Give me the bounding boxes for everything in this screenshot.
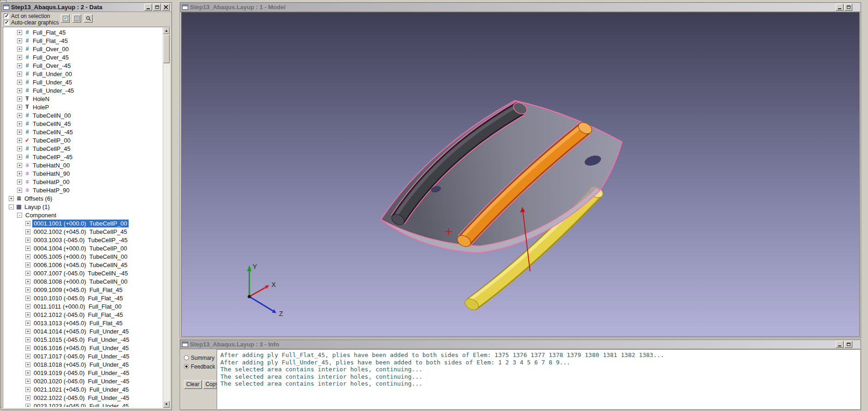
- tree-item[interactable]: + 0011.1011 (+000.0) Full_Flat_00: [4, 302, 162, 310]
- radio-button[interactable]: [184, 355, 189, 360]
- tree-item[interactable]: + # TubeCellP_45: [4, 144, 162, 153]
- expander-icon[interactable]: +: [17, 171, 22, 176]
- tree-item[interactable]: + # TubeCellP_-45: [4, 153, 162, 161]
- tree-item[interactable]: + # Full_Over_-45: [4, 61, 162, 70]
- expander-icon[interactable]: +: [25, 354, 30, 359]
- tree-item[interactable]: + 0012.1012 (-045.0) Full_Flat_-45: [4, 310, 162, 319]
- expander-icon[interactable]: +: [17, 38, 22, 43]
- tree-item[interactable]: + # Full_Under_-45: [4, 86, 162, 95]
- model-viewport[interactable]: Y X Z: [181, 12, 860, 337]
- info-window-titlebar[interactable]: Step13_Abaqus.Layup : 3 - Info: [180, 340, 861, 349]
- expander-icon[interactable]: -: [17, 213, 22, 218]
- tree-item[interactable]: + Ŧ HoleP: [4, 103, 162, 111]
- info-feedback-log[interactable]: After adding ply Full_Flat_45, plies hav…: [217, 349, 860, 409]
- tree-item[interactable]: + 0021.1021 (+045.0) Full_Under_45: [4, 385, 162, 393]
- expander-icon[interactable]: +: [25, 254, 30, 259]
- model-scene[interactable]: Y X Z: [182, 12, 859, 336]
- tree-item[interactable]: + # Full_Under_00: [4, 70, 162, 78]
- tree-item[interactable]: + 0018.1018 (+045.0) Full_Under_45: [4, 360, 162, 369]
- expander-icon[interactable]: +: [17, 47, 22, 52]
- tree-item[interactable]: + # Full_Under_45: [4, 78, 162, 86]
- minimize-button[interactable]: [836, 4, 844, 11]
- tree-item[interactable]: + 0019.1019 (-045.0) Full_Under_-45: [4, 369, 162, 377]
- tree-item[interactable]: - Component: [4, 211, 162, 219]
- expander-icon[interactable]: +: [17, 71, 22, 77]
- tree-item[interactable]: + 0004.1004 (+000.0) TubeCellP_00: [4, 244, 162, 252]
- tree-item[interactable]: + Ŧ HoleN: [4, 95, 162, 103]
- expander-icon[interactable]: +: [25, 271, 30, 276]
- tree-item[interactable]: + 0015.1015 (-045.0) Full_Under_-45: [4, 335, 162, 344]
- checkbox[interactable]: [4, 13, 9, 19]
- tree-item[interactable]: + # Full_Flat_45: [4, 28, 162, 36]
- expander-icon[interactable]: +: [25, 229, 30, 234]
- expander-icon[interactable]: +: [17, 96, 22, 101]
- expander-icon[interactable]: +: [17, 163, 22, 168]
- maximize-button[interactable]: [844, 4, 852, 11]
- model-window-titlebar[interactable]: Step13_Abaqus.Layup : 1 - Model: [180, 3, 861, 12]
- expander-icon[interactable]: +: [17, 105, 22, 110]
- expander-icon[interactable]: +: [17, 88, 22, 93]
- expander-icon[interactable]: +: [17, 146, 22, 151]
- expander-icon[interactable]: +: [25, 296, 30, 301]
- tree-item[interactable]: + 0013.1013 (+045.0) Full_Flat_45: [4, 319, 162, 327]
- tree-item[interactable]: + # TubeCellN_-45: [4, 128, 162, 136]
- close-button[interactable]: [162, 4, 170, 11]
- expander-icon[interactable]: +: [25, 362, 30, 367]
- tree-item[interactable]: + 0009.1009 (+045.0) Full_Flat_45: [4, 286, 162, 294]
- tree-item[interactable]: + 0017.1017 (-045.0) Full_Under_-45: [4, 352, 162, 360]
- tree-scrollbar[interactable]: ▲ ▼: [163, 27, 170, 408]
- tree-item[interactable]: + 0020.1020 (-045.0) Full_Under_-45: [4, 377, 162, 385]
- tree-item[interactable]: + # TubeCellN_45: [4, 119, 162, 128]
- expander-icon[interactable]: +: [25, 370, 30, 375]
- tree-item[interactable]: + 0001.1001 (+000.0) TubeCellP_00: [4, 219, 162, 227]
- tree-item[interactable]: + ≡ TubeHatN_00: [4, 161, 162, 169]
- expander-icon[interactable]: +: [25, 221, 30, 226]
- expander-icon[interactable]: +: [25, 345, 30, 351]
- expander-icon[interactable]: +: [17, 130, 22, 135]
- tree-item[interactable]: + # TubeCellN_00: [4, 111, 162, 119]
- tree-item[interactable]: + 0016.1016 (+045.0) Full_Under_45: [4, 344, 162, 352]
- expander-icon[interactable]: +: [17, 121, 22, 126]
- tree-item[interactable]: + ≡ TubeHatP_00: [4, 178, 162, 186]
- expander-icon[interactable]: -: [9, 204, 14, 209]
- tree-item[interactable]: + 0010.1010 (-045.0) Full_Flat_-45: [4, 294, 162, 302]
- expander-icon[interactable]: +: [25, 337, 30, 342]
- tree-item[interactable]: + # Full_Flat_-45: [4, 36, 162, 45]
- expander-icon[interactable]: +: [17, 179, 22, 185]
- tree-item[interactable]: + # Full_Over_00: [4, 45, 162, 53]
- minimize-button[interactable]: [836, 341, 844, 348]
- expander-icon[interactable]: +: [25, 238, 30, 243]
- expander-icon[interactable]: +: [17, 138, 22, 143]
- expander-icon[interactable]: +: [17, 80, 22, 85]
- tree-item[interactable]: + 0003.1003 (-045.0) TubeCellP_-45: [4, 236, 162, 244]
- scrollbar-thumb[interactable]: [163, 35, 170, 63]
- expander-icon[interactable]: +: [25, 287, 30, 292]
- tree-item[interactable]: + ≡ TubeHatN_90: [4, 169, 162, 178]
- scroll-up-button[interactable]: ▲: [163, 27, 170, 34]
- data-window-titlebar[interactable]: Step13_Abaqus.Layup : 2 - Data: [1, 3, 171, 12]
- tree-item[interactable]: + 0014.1014 (+045.0) Full_Under_45: [4, 327, 162, 335]
- tree-item[interactable]: + ≣ Offsets (6): [4, 194, 162, 203]
- expander-icon[interactable]: +: [25, 262, 30, 268]
- expander-icon[interactable]: +: [17, 55, 22, 60]
- expander-icon[interactable]: +: [17, 30, 22, 35]
- tree-item[interactable]: + 0007.1007 (-045.0) TubeCellN_-45: [4, 269, 162, 277]
- info-action-button[interactable]: Clear: [184, 380, 202, 389]
- expander-icon[interactable]: +: [25, 329, 30, 334]
- expander-icon[interactable]: +: [25, 404, 30, 407]
- minimize-button[interactable]: [144, 4, 152, 11]
- tree-item[interactable]: + # Full_Over_45: [4, 53, 162, 61]
- expander-icon[interactable]: +: [25, 379, 30, 384]
- tree-item[interactable]: + 0006.1006 (+045.0) TubeCellN_45: [4, 261, 162, 269]
- search-button[interactable]: [84, 14, 93, 23]
- expander-icon[interactable]: +: [25, 387, 30, 392]
- expander-icon[interactable]: +: [25, 304, 30, 309]
- maximize-button[interactable]: [844, 341, 852, 348]
- expander-icon[interactable]: +: [9, 196, 14, 201]
- tree-item[interactable]: + 0023.1023 (+045.0) Full_Under_45: [4, 402, 162, 407]
- edit-properties-button[interactable]: [61, 14, 70, 23]
- checkbox[interactable]: [4, 20, 9, 25]
- expander-icon[interactable]: +: [17, 113, 22, 118]
- maximize-button[interactable]: [153, 4, 161, 11]
- tree-item[interactable]: + 0002.1002 (+045.0) TubeCellP_45: [4, 227, 162, 236]
